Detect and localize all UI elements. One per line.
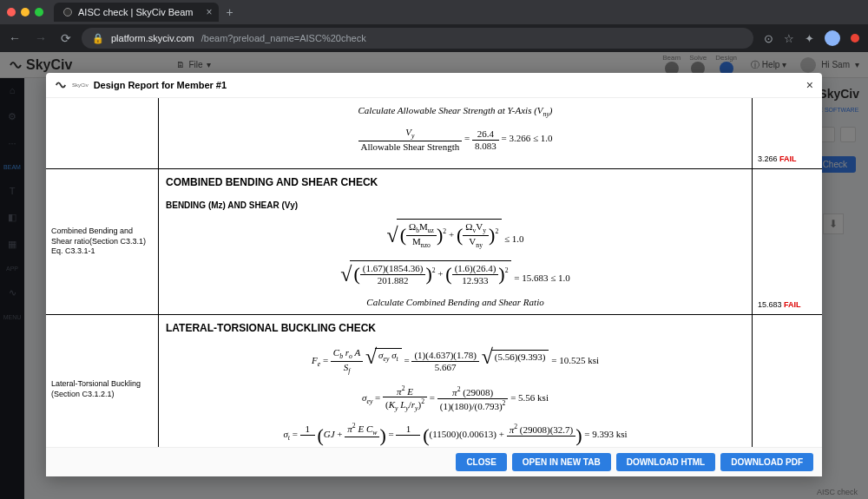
row3-eq2: σey = π2 E(Ky Ly/ry)2 = π2 (29008)(1)(18… bbox=[166, 384, 745, 413]
modal-overlay: SkyCiv Design Report for Member #1 × Cal… bbox=[0, 52, 868, 499]
skyciv-logo-icon bbox=[55, 79, 67, 91]
row3-content: LATERAL-TORSIONAL BUCKLING CHECK Fe = Cb… bbox=[159, 315, 753, 447]
tab-title: AISC check | SkyCiv Beam bbox=[78, 7, 193, 17]
row2-eq1: ΩbMuzMnzo2 + ΩvVyVny2 ≤ 1.0 bbox=[166, 219, 745, 252]
row2-caption: Calculate Combined Bending and Shear Rat… bbox=[166, 297, 745, 307]
row1-content: Calculate Allowable Shear Strength at Y-… bbox=[159, 98, 753, 168]
row3-eq3: σt = 1 GJ + π2 E Cw = 1 (11500)(0.00613)… bbox=[166, 422, 745, 447]
row3-result bbox=[753, 315, 822, 447]
report-row-shear-y: Calculate Allowable Shear Strength at Y-… bbox=[46, 98, 822, 169]
download-html-button[interactable]: DOWNLOAD HTML bbox=[616, 453, 716, 471]
open-new-tab-button[interactable]: OPEN IN NEW TAB bbox=[512, 453, 611, 471]
search-icon[interactable]: ⊙ bbox=[764, 32, 773, 45]
modal-header: SkyCiv Design Report for Member #1 × bbox=[46, 73, 822, 98]
row1-equation: VyAllowable Shear Strength = 26.48.083 =… bbox=[166, 127, 745, 153]
profile-avatar[interactable] bbox=[825, 30, 840, 46]
download-pdf-button[interactable]: DOWNLOAD PDF bbox=[720, 453, 813, 471]
address-bar: ← → ⟳ 🔒 platform.skyciv.com/beam?preload… bbox=[0, 24, 868, 52]
nav-forward-icon[interactable]: → bbox=[35, 31, 47, 45]
row1-result: 3.266 FAIL bbox=[753, 98, 822, 168]
modal-body: Calculate Allowable Shear Strength at Y-… bbox=[46, 98, 822, 447]
svg-point-0 bbox=[64, 9, 72, 16]
report-row-combined: Combined Bending and Shear ratio(Section… bbox=[46, 169, 822, 315]
window-minimize[interactable] bbox=[21, 8, 30, 16]
bookmark-icon[interactable]: ☆ bbox=[784, 32, 794, 45]
window-maximize[interactable] bbox=[35, 8, 43, 16]
browser-chrome: AISC check | SkyCiv Beam × + ← → ⟳ 🔒 pla… bbox=[0, 0, 868, 52]
extensions-icon[interactable]: ✦ bbox=[805, 32, 814, 45]
tab-close-icon[interactable]: × bbox=[206, 6, 212, 18]
tab-bar: AISC check | SkyCiv Beam × + bbox=[0, 0, 868, 24]
window-close[interactable] bbox=[7, 8, 16, 16]
row2-result: 15.683 FAIL bbox=[753, 169, 822, 314]
window-controls bbox=[7, 8, 43, 16]
notification-dot[interactable] bbox=[851, 34, 859, 43]
modal-close-button[interactable]: × bbox=[806, 78, 813, 92]
row2-label: Combined Bending and Shear ratio(Section… bbox=[46, 169, 159, 314]
nav-reload-icon[interactable]: ⟳ bbox=[61, 31, 71, 45]
modal-title: SkyCiv Design Report for Member #1 bbox=[55, 79, 227, 91]
url-host: platform.skyciv.com bbox=[111, 33, 194, 43]
row3-eq1: Fe = Cb ro ASf σey σt = (1)(4.637)(1.78)… bbox=[166, 346, 745, 376]
design-report-modal: SkyCiv Design Report for Member #1 × Cal… bbox=[46, 73, 822, 476]
row2-eq2: (1.67)(1854.36)201.8822 + (1.6)(26.4)12.… bbox=[166, 260, 745, 288]
row2-subtitle: BENDING (Mz) AND SHEAR (Vy) bbox=[166, 200, 745, 210]
row3-label: Lateral-Torsional Buckling (Section C3.1… bbox=[46, 315, 159, 447]
modal-footer: CLOSE OPEN IN NEW TAB DOWNLOAD HTML DOWN… bbox=[46, 447, 822, 476]
report-row-ltb: Lateral-Torsional Buckling (Section C3.1… bbox=[46, 315, 822, 447]
row1-label bbox=[46, 98, 159, 168]
lock-icon: 🔒 bbox=[92, 33, 104, 44]
row3-title: LATERAL-TORSIONAL BUCKLING CHECK bbox=[166, 322, 745, 334]
url-input[interactable]: 🔒 platform.skyciv.com/beam?preload_name=… bbox=[82, 28, 753, 49]
url-path: /beam?preload_name=AISC%20check bbox=[201, 33, 366, 43]
row2-title: COMBINED BENDING AND SHEAR CHECK bbox=[166, 176, 745, 188]
tab-favicon bbox=[62, 7, 73, 17]
row1-caption: Calculate Allowable Shear Strength at Y-… bbox=[166, 105, 745, 118]
close-button[interactable]: CLOSE bbox=[456, 453, 506, 471]
new-tab-button[interactable]: + bbox=[226, 5, 233, 19]
row2-content: COMBINED BENDING AND SHEAR CHECK BENDING… bbox=[159, 169, 753, 314]
browser-tab[interactable]: AISC check | SkyCiv Beam × bbox=[54, 3, 219, 22]
nav-back-icon[interactable]: ← bbox=[9, 31, 21, 45]
